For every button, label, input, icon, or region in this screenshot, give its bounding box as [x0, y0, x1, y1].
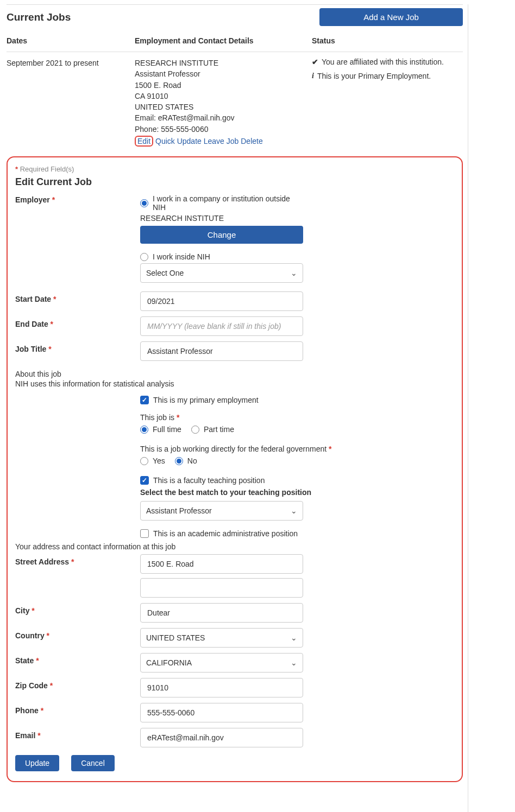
panel-divider: [468, 4, 468, 812]
radio-federal-yes[interactable]: [140, 457, 148, 465]
radio-federal-no-label: No: [187, 456, 197, 465]
radio-outside-nih-label: I work in a company or institution outsi…: [153, 194, 303, 212]
form-title: Edit Current Job: [15, 176, 454, 188]
city-input[interactable]: [146, 608, 297, 618]
job-region: CA 91010: [135, 91, 312, 101]
label-city: City *: [15, 603, 140, 615]
col-header-dates: Dates: [7, 36, 135, 45]
job-email: Email: eRATest@mail.nih.gov: [135, 112, 312, 123]
federal-question-label: This is a job working directly for the f…: [140, 445, 423, 453]
job-street: 1500 E. Road: [135, 80, 312, 91]
start-date-input[interactable]: [146, 296, 297, 306]
chevron-down-icon: ⌄: [291, 658, 297, 667]
start-date-input-wrap: [140, 291, 303, 311]
label-employer: Employer *: [15, 192, 140, 204]
label-country: Country *: [15, 628, 140, 640]
label-street: Street Address *: [15, 554, 140, 566]
employer-institution: RESEARCH INSTITUTE: [140, 214, 303, 223]
job-institution: RESEARCH INSTITUTE: [135, 58, 312, 68]
zip-input[interactable]: [146, 683, 297, 693]
delete-link[interactable]: Delete: [241, 137, 262, 145]
about-heading: About this job: [15, 370, 454, 378]
job-title-input-wrap: [140, 341, 303, 361]
academic-admin-label: This is an academic administrative posit…: [153, 529, 298, 538]
end-date-input[interactable]: [146, 321, 297, 331]
radio-federal-no[interactable]: [175, 457, 183, 465]
label-state: State *: [15, 653, 140, 665]
teaching-position-value: Assistant Professor: [146, 506, 212, 515]
state-select[interactable]: CALIFORNIA ⌄: [140, 653, 303, 673]
label-end-date: End Date *: [15, 316, 140, 328]
faculty-label: This is a faculty teaching position: [153, 476, 265, 485]
quick-update-link[interactable]: Quick Update: [155, 137, 202, 145]
col-header-status: Status: [312, 36, 459, 45]
job-dates: September 2021 to present: [7, 58, 135, 67]
address-heading: Your address and contact information at …: [15, 542, 454, 551]
label-email: Email *: [15, 728, 140, 740]
check-icon: [312, 58, 318, 66]
inside-nih-select[interactable]: Select One ⌄: [140, 263, 303, 283]
top-divider: [7, 4, 463, 5]
end-date-input-wrap: [140, 316, 303, 336]
cancel-button[interactable]: Cancel: [71, 755, 115, 771]
radio-inside-nih[interactable]: [140, 253, 148, 261]
label-start-date: Start Date *: [15, 291, 140, 303]
radio-full-time[interactable]: [140, 426, 148, 434]
update-button[interactable]: Update: [15, 755, 59, 771]
col-header-details: Employment and Contact Details: [135, 36, 312, 45]
radio-federal-yes-label: Yes: [153, 456, 165, 465]
email-input[interactable]: [146, 733, 297, 743]
edit-job-form: * Required Field(s) Edit Current Job Emp…: [7, 156, 463, 782]
inside-nih-select-value: Select One: [146, 269, 184, 277]
street-input[interactable]: [146, 559, 297, 569]
about-note: NIH uses this information for statistica…: [15, 379, 454, 388]
info-icon: i: [312, 72, 314, 80]
page-title: Current Jobs: [7, 11, 319, 23]
label-job-title: Job Title *: [15, 341, 140, 353]
chevron-down-icon: ⌄: [291, 269, 297, 277]
radio-part-time[interactable]: [191, 426, 199, 434]
street-input-wrap: [140, 554, 303, 574]
chevron-down-icon: ⌄: [291, 633, 297, 642]
label-zip: Zip Code *: [15, 678, 140, 690]
add-new-job-button[interactable]: Add a New Job: [319, 8, 463, 26]
required-fields-note: * Required Field(s): [15, 165, 454, 173]
primary-employment-label: This is my primary employment: [153, 396, 259, 404]
phone-input[interactable]: [146, 708, 297, 718]
faculty-checkbox[interactable]: [140, 476, 149, 485]
state-value: CALIFORNIA: [146, 658, 192, 667]
street2-input[interactable]: [146, 583, 297, 593]
job-country: UNITED STATES: [135, 101, 312, 112]
required-fields-text: Required Field(s): [20, 165, 74, 173]
job-title-input[interactable]: [146, 346, 297, 356]
job-row: September 2021 to present RESEARCH INSTI…: [7, 58, 463, 147]
job-phone: Phone: 555-555-0060: [135, 124, 312, 135]
street2-input-wrap: [140, 578, 303, 598]
radio-part-time-label: Part time: [204, 425, 234, 434]
chevron-down-icon: ⌄: [291, 506, 297, 515]
this-job-is-label: This job is *: [140, 413, 423, 422]
leave-job-link[interactable]: Leave Job: [204, 137, 239, 145]
primary-employment-checkbox[interactable]: [140, 396, 149, 404]
edit-link[interactable]: Edit: [135, 136, 153, 147]
label-phone: Phone *: [15, 703, 140, 715]
teaching-match-label: Select the best match to your teaching p…: [140, 488, 423, 497]
radio-inside-nih-label: I work inside NIH: [153, 252, 210, 261]
country-select[interactable]: UNITED STATES ⌄: [140, 628, 303, 648]
job-title-text: Assistant Professor: [135, 68, 312, 79]
academic-admin-checkbox[interactable]: [140, 529, 149, 538]
radio-full-time-label: Full time: [153, 425, 181, 434]
header-divider: [7, 52, 463, 52]
country-value: UNITED STATES: [146, 633, 205, 642]
status-affiliated: You are affiliated with this institution…: [322, 58, 444, 66]
change-employer-button[interactable]: Change: [140, 226, 303, 244]
status-primary: This is your Primary Employment.: [317, 72, 431, 80]
radio-outside-nih[interactable]: [140, 199, 148, 207]
teaching-position-select[interactable]: Assistant Professor ⌄: [140, 501, 303, 521]
